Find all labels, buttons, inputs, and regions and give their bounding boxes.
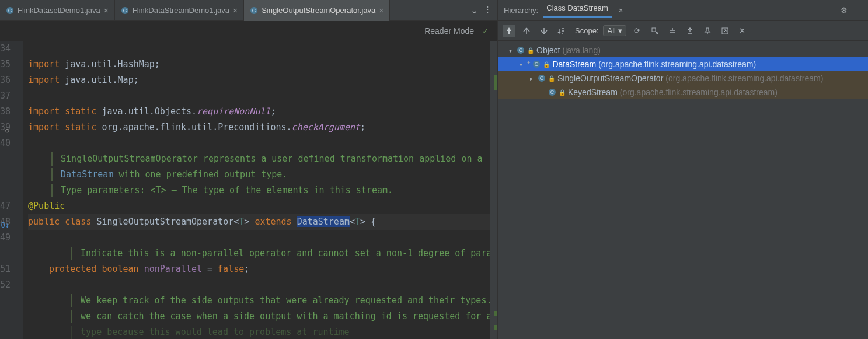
node-name: DataStream xyxy=(552,60,596,69)
code-line xyxy=(28,88,497,104)
tab-flinkdatastreamdemo1[interactable]: C FlinkDataStreamDemo1.java × xyxy=(115,0,244,21)
tab-label: SingleOutputStreamOperator.java xyxy=(262,6,375,15)
tree-node[interactable]: ▾*C🔒DataStream (org.apache.flink.streami… xyxy=(498,57,868,71)
class-icon: C xyxy=(548,88,556,96)
code-line xyxy=(28,230,497,246)
hierarchy-tree[interactable]: ▾C🔒Object (java.lang)▾*C🔒DataStream (org… xyxy=(498,41,868,339)
minimize-icon[interactable]: — xyxy=(855,6,862,15)
star-icon: * xyxy=(527,60,530,69)
expand-arrow-icon[interactable]: ▾ xyxy=(506,47,514,54)
line-number: 51 xyxy=(0,261,11,277)
line-number: 34 xyxy=(0,41,11,57)
tree-node[interactable]: C🔒KeyedStream (org.apache.flink.streamin… xyxy=(498,85,868,99)
expand-arrow-icon[interactable]: ▾ xyxy=(517,61,525,68)
close-icon[interactable]: × xyxy=(379,6,384,15)
node-name: KeyedStream xyxy=(568,88,618,97)
line-number xyxy=(0,324,11,339)
diff-marker[interactable] xyxy=(494,75,497,90)
hierarchy-label: Hierarchy: xyxy=(504,6,538,15)
code-line: import static org.apache.flink.util.Prec… xyxy=(28,120,497,135)
lock-icon: 🔒 xyxy=(527,47,534,54)
class-locked-icon: C xyxy=(250,6,258,15)
node-name: SingleOutputStreamOperator xyxy=(557,74,663,83)
hierarchy-tab[interactable]: Class DataStream xyxy=(544,4,610,17)
lock-icon: 🔒 xyxy=(559,89,566,96)
line-number xyxy=(0,151,11,167)
expand-arrow-icon[interactable]: ▸ xyxy=(527,75,535,82)
tree-node[interactable]: ▸C🔒SingleOutputStreamOperator (org.apach… xyxy=(498,71,868,85)
diff-marker[interactable] xyxy=(494,311,497,316)
chevron-down-icon[interactable]: ⌄ xyxy=(470,5,478,16)
code-line: import java.util.HashMap; xyxy=(28,57,497,72)
class-icon: C xyxy=(121,6,129,15)
doc-line: Indicate this is a non-parallel operator… xyxy=(28,246,497,261)
class-hierarchy-icon[interactable] xyxy=(503,25,515,37)
line-number xyxy=(0,293,11,309)
svg-text:C: C xyxy=(8,8,12,13)
expand-all-icon[interactable] xyxy=(666,25,679,37)
refresh-icon[interactable]: ⟳ xyxy=(631,25,644,37)
node-package: (org.apache.flink.streaming.api.datastre… xyxy=(598,60,756,69)
close-icon[interactable]: ✕ xyxy=(736,25,749,37)
line-number: 40 xyxy=(0,135,11,151)
gear-icon[interactable]: ⚙ xyxy=(841,6,848,15)
autoscroll-icon[interactable] xyxy=(649,25,661,37)
svg-text:C: C xyxy=(123,8,127,13)
tree-node[interactable]: ▾C🔒Object (java.lang) xyxy=(498,43,868,57)
hierarchy-toolbar: Scope: All ▾ ⟳ ✕ xyxy=(498,21,868,41)
line-number: 48O↓ xyxy=(0,214,11,230)
editor-tabs: C FlinkDatasetDemo1.java × C FlinkDataSt… xyxy=(0,0,497,21)
tab-singleoutputstreamoperator[interactable]: C SingleOutputStreamOperator.java × xyxy=(244,0,390,21)
svg-rect-6 xyxy=(652,28,656,32)
tab-label: FlinkDataStreamDemo1.java xyxy=(133,6,229,15)
hierarchy-pane: Hierarchy: Class DataStream × ⚙ — Scope:… xyxy=(497,0,868,339)
close-icon[interactable]: × xyxy=(104,6,109,15)
close-icon[interactable]: × xyxy=(233,6,238,15)
sort-icon[interactable] xyxy=(555,25,568,37)
line-number: 38 xyxy=(0,104,11,120)
code-line: import static java.util.Objects.requireN… xyxy=(28,104,497,120)
doc-line: We keep track of the side outputs that w… xyxy=(28,293,497,309)
line-number xyxy=(0,246,11,261)
tab-flinkdatasetdemo1[interactable]: C FlinkDatasetDemo1.java × xyxy=(0,0,115,21)
code-line xyxy=(28,135,497,151)
node-package: (org.apache.flink.streaming.api.datastre… xyxy=(620,88,778,97)
scroll-strip[interactable] xyxy=(490,41,497,339)
pin-icon[interactable] xyxy=(701,25,714,37)
code-line: import java.util.Map; xyxy=(28,72,497,88)
open-new-icon[interactable] xyxy=(719,25,731,37)
hierarchy-header: Hierarchy: Class DataStream × ⚙ — xyxy=(498,0,868,21)
node-package: (org.apache.flink.streaming.api.datastre… xyxy=(665,74,823,83)
tab-actions: ⌄ ⋮ xyxy=(470,5,497,16)
class-icon: C xyxy=(6,6,14,15)
code-line: protected boolean nonParallel = false; xyxy=(28,261,497,277)
code-line xyxy=(28,41,497,57)
close-icon[interactable]: × xyxy=(619,6,623,15)
class-icon: C xyxy=(517,46,525,54)
code-area[interactable]: import java.util.HashMap; import java.ut… xyxy=(23,41,497,339)
doc-line: we can catch the case when a side output… xyxy=(28,309,497,324)
scope-dropdown[interactable]: All ▾ xyxy=(603,25,626,36)
line-number: 47 xyxy=(0,198,11,214)
supertypes-icon[interactable] xyxy=(520,25,533,37)
line-number: 37 xyxy=(0,88,11,104)
code-line-current: public class SingleOutputStreamOperator<… xyxy=(28,214,497,230)
editor-body[interactable]: 34 35 36 37 38 39⊖ 40 47 48O↓ 49 51 52 i… xyxy=(0,41,497,339)
check-icon[interactable]: ✓ xyxy=(482,26,489,36)
line-number: 39⊖ xyxy=(0,120,11,135)
line-number xyxy=(0,167,11,183)
doc-line: Type parameters: <T> – The type of the e… xyxy=(28,183,497,198)
more-icon[interactable]: ⋮ xyxy=(484,5,491,16)
scope-label: Scope: xyxy=(575,26,598,35)
doc-line: DataStream with one predefined output ty… xyxy=(28,167,497,183)
line-number: 52 xyxy=(0,277,11,293)
svg-text:C: C xyxy=(252,8,256,13)
export-icon[interactable] xyxy=(684,25,696,37)
svg-text:C: C xyxy=(540,75,544,81)
subtypes-icon[interactable] xyxy=(538,25,550,37)
reader-mode-label[interactable]: Reader Mode xyxy=(424,26,474,36)
line-number xyxy=(0,183,11,198)
doc-line: SingleOutputStreamOperator represents a … xyxy=(28,151,497,167)
line-number: 36 xyxy=(0,72,11,88)
diff-marker[interactable] xyxy=(494,325,497,330)
